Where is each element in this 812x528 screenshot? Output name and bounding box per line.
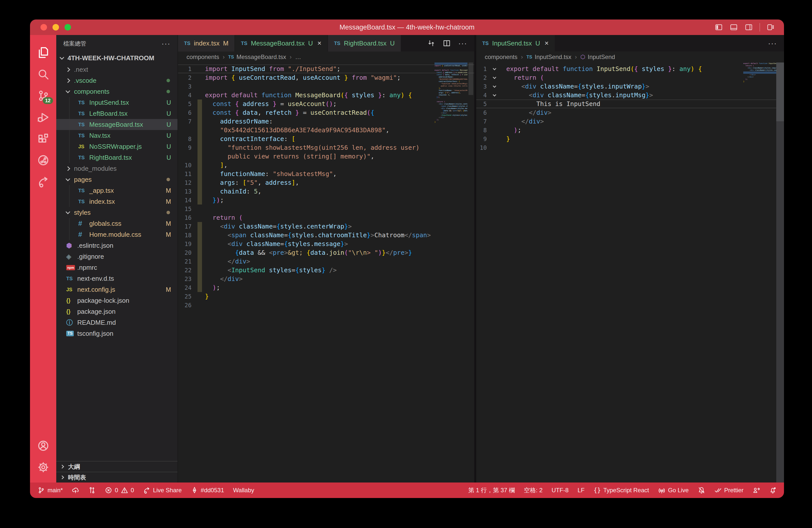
- fold-chevron-icon[interactable]: [490, 77, 499, 78]
- tree-file-.npmrc[interactable]: npm.npmrc: [56, 262, 177, 273]
- tree-file-next-env.d.ts[interactable]: TSnext-env.d.ts: [56, 273, 177, 284]
- tree-folder-styles[interactable]: styles: [56, 207, 177, 218]
- diff-icon[interactable]: [427, 39, 435, 47]
- more-actions-icon[interactable]: ···: [458, 39, 467, 47]
- activity-account[interactable]: [34, 435, 52, 456]
- line-number: 19: [178, 241, 198, 247]
- tab-InputSend.tsx[interactable]: TSInputSend.tsxU×: [476, 35, 555, 52]
- code-editor[interactable]: 1export default function InputSend({ sty…: [476, 62, 784, 483]
- panel-left-icon[interactable]: [714, 24, 723, 31]
- tree-root[interactable]: 4TH-WEEK-HW-CHATROOM: [56, 52, 177, 64]
- activity-settings[interactable]: [34, 456, 52, 478]
- code-editor[interactable]: 1import InputSend from "./InputSend";2im…: [178, 62, 474, 483]
- minimap[interactable]: import InputSend from "./InputSend"; imp…: [435, 62, 467, 126]
- breadcrumb-item[interactable]: TSMessageBoard.tsx: [228, 54, 286, 60]
- tree-folder-.next[interactable]: .next: [56, 64, 177, 75]
- tree-file-package.json[interactable]: {}package.json: [56, 306, 177, 317]
- section-時間表[interactable]: 時間表: [56, 472, 177, 483]
- scrollbar[interactable]: [467, 62, 474, 483]
- activity-run-debug[interactable]: [34, 106, 52, 128]
- line-number: 1: [476, 66, 490, 72]
- tree-file-.gitignore[interactable]: ◈.gitignore: [56, 251, 177, 262]
- tree-file-tsconfig.json[interactable]: TStsconfig.json: [56, 328, 177, 339]
- coverage-gutter: [198, 205, 202, 213]
- prettier-status[interactable]: Prettier: [714, 486, 743, 494]
- file-type-npm-icon: npm: [66, 265, 77, 270]
- activity-explorer[interactable]: [34, 42, 52, 63]
- breadcrumb-item[interactable]: …: [295, 54, 301, 60]
- chevron-down-icon: [66, 209, 70, 214]
- tree-file-RightBoard.tsx[interactable]: TSRightBoard.tsxU: [56, 152, 177, 163]
- peacock-color[interactable]: #dd0531: [191, 486, 224, 494]
- notifications-bell[interactable]: [769, 486, 777, 494]
- breadcrumb-item[interactable]: components: [485, 54, 518, 60]
- indentation[interactable]: 空格: 2: [524, 486, 543, 494]
- compare-button[interactable]: [88, 486, 96, 494]
- layout-customize-icon[interactable]: [767, 24, 775, 31]
- more-actions-icon[interactable]: ···: [768, 39, 777, 47]
- status-bar: main*00Live Share#dd0531Wallaby 第 1 行，第 …: [30, 483, 784, 498]
- fold-chevron-icon[interactable]: [490, 94, 499, 96]
- minimap[interactable]: export default function InputSend({ styl…: [743, 62, 776, 85]
- git-status-dot: [166, 90, 170, 93]
- breadcrumb-item[interactable]: ⬡InputSend: [580, 54, 615, 60]
- panel-right-icon[interactable]: [744, 24, 753, 31]
- notifications-muted[interactable]: [698, 486, 705, 494]
- code-line-2: 2 return (: [476, 73, 784, 82]
- status-count: 0: [115, 487, 118, 494]
- publish-button[interactable]: [72, 486, 79, 494]
- tree-file-README.md[interactable]: ⓘREADME.md: [56, 317, 177, 328]
- live-share-button[interactable]: Live Share: [143, 486, 182, 494]
- problems-indicator[interactable]: 00: [105, 486, 134, 494]
- branch-indicator[interactable]: main*: [38, 486, 63, 494]
- activity-search[interactable]: [34, 63, 52, 85]
- git-status-badge: M: [166, 187, 171, 194]
- tree-file-_app.tsx[interactable]: TS_app.tsxM: [56, 185, 177, 196]
- file-type-js-icon: JS: [66, 287, 77, 293]
- feedback-icon: [753, 486, 760, 494]
- tree-file-.eslintrc.json[interactable]: ⬢.eslintrc.json: [56, 240, 177, 251]
- tree-file-next.config.js[interactable]: JSnext.config.jsM: [56, 284, 177, 295]
- encoding[interactable]: UTF-8: [551, 487, 568, 494]
- language-mode[interactable]: {}TypeScript React: [594, 487, 649, 494]
- code-line-4: 4 <div className={styles.inputMsg}>: [476, 91, 784, 100]
- tree-file-InputSend.tsx[interactable]: TSInputSend.tsxU: [56, 97, 177, 108]
- close-icon[interactable]: ×: [545, 39, 549, 47]
- close-icon[interactable]: ×: [318, 39, 321, 47]
- fold-chevron-icon[interactable]: [490, 68, 499, 70]
- feedback-button[interactable]: [753, 486, 760, 494]
- tree-folder-.vscode[interactable]: .vscode: [56, 75, 177, 86]
- tree-folder-pages[interactable]: pages: [56, 174, 177, 185]
- scrollbar[interactable]: [776, 62, 784, 483]
- fold-chevron-icon[interactable]: [490, 86, 499, 87]
- cursor-position[interactable]: 第 1 行，第 37 欄: [468, 486, 515, 494]
- tree-folder-node_modules[interactable]: node_modules: [56, 163, 177, 174]
- breadcrumb-item[interactable]: TSInputSend.tsx: [526, 54, 571, 60]
- section-大綱[interactable]: 大綱: [56, 461, 177, 472]
- tree-file-NoSSRWrapper.js[interactable]: JSNoSSRWrapper.jsU: [56, 141, 177, 152]
- editor-group-separator[interactable]: [474, 35, 476, 483]
- split-icon[interactable]: [443, 39, 451, 47]
- tab-RightBoard.tsx[interactable]: TSRightBoard.tsxU: [328, 35, 401, 52]
- tree-file-Home.module.css[interactable]: #Home.module.cssM: [56, 229, 177, 240]
- breadcrumb-item[interactable]: components: [187, 54, 219, 60]
- code-line-6: 6 </div>: [476, 108, 784, 117]
- tree-folder-components[interactable]: components: [56, 86, 177, 97]
- activity-source-control[interactable]: 12: [34, 85, 52, 106]
- panel-bottom-icon[interactable]: [729, 24, 738, 31]
- tab-index.tsx[interactable]: TSindex.tsxM: [178, 35, 234, 52]
- tree-file-Nav.tsx[interactable]: TSNav.tsxU: [56, 130, 177, 141]
- tree-file-index.tsx[interactable]: TSindex.tsxM: [56, 196, 177, 207]
- tree-file-MessageBoard.tsx[interactable]: TSMessageBoard.tsxU: [56, 119, 177, 130]
- tree-file-globals.css[interactable]: #globals.cssM: [56, 218, 177, 229]
- activity-live-share[interactable]: [34, 171, 52, 192]
- activity-circle-share[interactable]: [34, 149, 52, 171]
- tab-MessageBoard.tsx[interactable]: TSMessageBoard.tsxU×: [235, 35, 328, 52]
- explorer-more-icon[interactable]: ···: [161, 39, 171, 48]
- tree-file-package-lock.json[interactable]: {}package-lock.json: [56, 295, 177, 306]
- wallaby-status[interactable]: Wallaby: [233, 487, 254, 494]
- go-live-button[interactable]: Go Live: [658, 486, 689, 494]
- eol[interactable]: LF: [578, 487, 584, 494]
- tree-file-LeftBoard.tsx[interactable]: TSLeftBoard.tsxU: [56, 108, 177, 119]
- activity-extensions[interactable]: [34, 128, 52, 149]
